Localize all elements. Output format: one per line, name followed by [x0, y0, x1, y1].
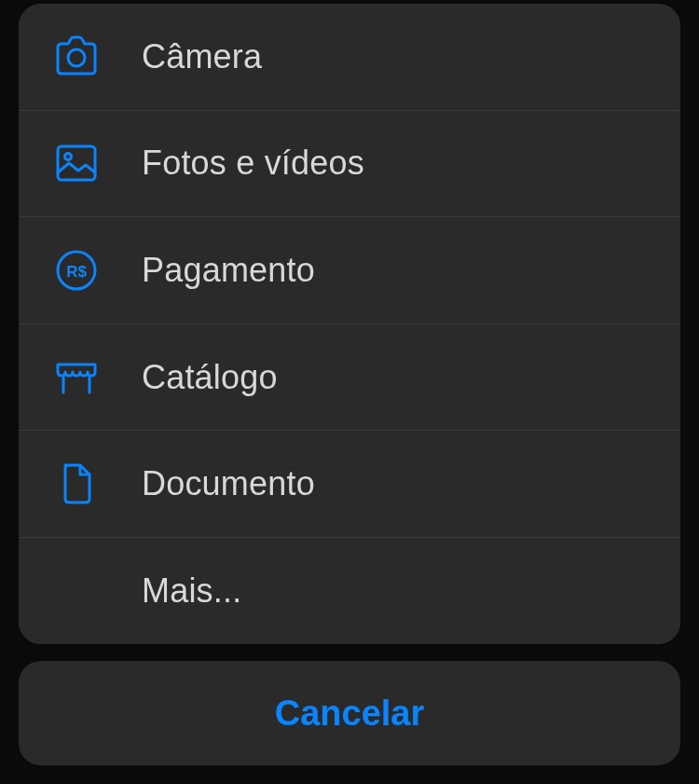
svg-point-0	[68, 49, 85, 66]
document-icon	[52, 460, 101, 508]
menu-item-camera[interactable]: Câmera	[19, 4, 680, 111]
cancel-label: Cancelar	[275, 694, 425, 734]
empty-icon-slot	[52, 567, 101, 615]
svg-text:R$: R$	[66, 263, 87, 281]
menu-item-label: Câmera	[142, 37, 262, 76]
menu-item-catalog[interactable]: Catálogo	[19, 324, 680, 432]
action-sheet: Câmera Fotos e vídeos R$ Pagamento	[19, 4, 680, 644]
menu-item-photos-videos[interactable]: Fotos e vídeos	[19, 111, 680, 218]
menu-item-document[interactable]: Documento	[19, 431, 680, 538]
storefront-icon	[52, 353, 101, 402]
menu-item-label: Pagamento	[142, 251, 315, 290]
menu-item-label: Fotos e vídeos	[142, 144, 364, 183]
menu-item-label: Mais...	[142, 571, 241, 611]
menu-item-payment[interactable]: R$ Pagamento	[19, 217, 680, 324]
menu-item-label: Catálogo	[142, 358, 278, 397]
menu-item-label: Documento	[142, 464, 315, 503]
svg-rect-1	[58, 146, 95, 180]
svg-point-2	[65, 154, 72, 160]
image-icon	[52, 139, 101, 187]
menu-item-more[interactable]: Mais...	[19, 538, 680, 645]
cancel-button[interactable]: Cancelar	[19, 661, 680, 765]
payment-brl-icon: R$	[52, 246, 101, 295]
camera-icon	[52, 33, 101, 81]
